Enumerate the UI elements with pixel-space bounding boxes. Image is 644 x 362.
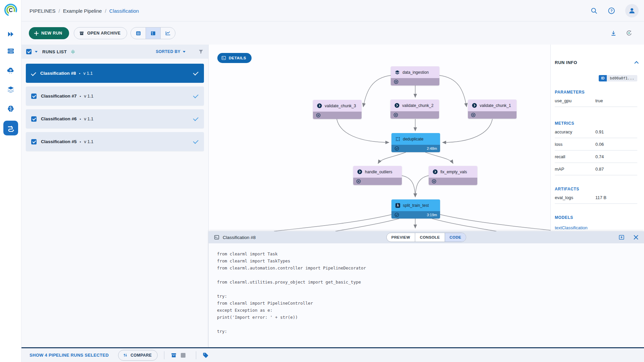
search-icon[interactable]	[590, 7, 598, 14]
help-icon[interactable]: ?	[608, 7, 615, 14]
id-value[interactable]: bd00a0f1...	[607, 75, 637, 81]
new-run-label: NEW RUN	[41, 31, 62, 36]
code-line	[217, 273, 644, 280]
breadcrumb-current: Classification	[109, 8, 139, 14]
id-badge: ID	[599, 75, 607, 81]
split-view-toggle[interactable]	[146, 27, 160, 39]
row-checkbox-checked-icon[interactable]	[31, 71, 36, 76]
details-button[interactable]: DETAILS	[217, 53, 252, 63]
pipeline-dag-canvas[interactable]: DETAILS	[209, 45, 550, 231]
dag-node-validate-chunk-1[interactable]: validate_chunk_1	[468, 100, 517, 119]
split-view-icon	[150, 31, 156, 36]
profile-avatar[interactable]	[625, 4, 639, 17]
queued-menu-icon	[393, 113, 398, 117]
row-checkbox[interactable]	[31, 139, 37, 144]
sidebar-item-datasets[interactable]	[6, 46, 16, 56]
breadcrumb-separator: /	[59, 8, 60, 14]
compare-button[interactable]: COMPARE	[118, 350, 158, 361]
cached-dots-icon	[395, 137, 400, 141]
selection-count-text[interactable]: SHOW 4 PIPELINE RUNS SELECTED	[30, 353, 109, 358]
close-icon[interactable]	[633, 235, 639, 240]
parameters-section-title: PARAMETERS	[555, 90, 637, 95]
metric-row: loss 0.06	[555, 138, 637, 150]
select-all-caret-icon[interactable]	[35, 51, 38, 53]
node-label: split_train_test	[403, 203, 429, 208]
code-line: except Exception as e:	[217, 308, 644, 315]
run-name: Classification #7	[41, 94, 77, 99]
divider	[196, 351, 196, 359]
auto-refresh-icon[interactable]	[626, 29, 633, 37]
table-view-toggle[interactable]	[131, 27, 146, 39]
sidebar-item-pipelines[interactable]	[3, 121, 18, 135]
details-label: DETAILS	[229, 56, 246, 60]
new-run-button[interactable]: NEW RUN	[29, 27, 69, 39]
expand-panel-icon[interactable]	[619, 234, 625, 240]
tab-code[interactable]: CODE	[444, 233, 466, 242]
code-line: print('Import error: ' + str(e))	[217, 315, 644, 322]
archive-selected-icon[interactable]	[171, 352, 177, 358]
node-duration: 2:48m	[427, 146, 437, 150]
filter-icon[interactable]	[198, 49, 204, 54]
completed-check-icon	[193, 138, 198, 144]
terminal-icon	[221, 56, 226, 60]
run-row-classification-8[interactable]: Classification #8 • v 1.1	[26, 64, 204, 83]
row-checkbox[interactable]	[31, 116, 37, 122]
param-label: use_gpu	[555, 98, 595, 103]
dag-node-handle-outliers[interactable]: handle_outliers	[353, 166, 402, 185]
dag-node-fix-empty-vals[interactable]: fix_empty_vals	[429, 166, 477, 185]
metrics-section-title: METRICS	[555, 121, 637, 126]
breadcrumb-pipelines[interactable]: PIPELINES	[30, 8, 56, 14]
run-row-classification-7[interactable]: Classification #7 • v 1.1	[26, 86, 204, 106]
add-tag-icon[interactable]	[203, 352, 209, 358]
metric-label: mAP	[555, 167, 595, 172]
select-all-checkbox[interactable]	[26, 49, 32, 54]
code-viewer[interactable]: from clearml import Task from clearml im…	[209, 243, 644, 336]
runs-list-header: RUNS LIST SORTED BY	[21, 45, 208, 59]
node-label: deduplicate	[403, 137, 423, 141]
download-icon[interactable]	[610, 30, 617, 37]
tab-console[interactable]: CONSOLE	[415, 233, 445, 242]
dag-node-validate-chunk-3[interactable]: validate_chunk_3	[313, 100, 362, 119]
artifact-label: eval_logs	[555, 195, 595, 200]
row-checkbox[interactable]	[31, 94, 37, 99]
toolbar-right-icons	[610, 21, 633, 45]
run-info-panel: RUN INFO ID bd00a0f1... PARAMETERS use_g…	[550, 45, 644, 231]
dag-node-split-train-test[interactable]: λ split_train_test 3:19m	[391, 199, 440, 219]
details-panel-header: Classification #8 PREVIEW CONSOLE CODE	[209, 231, 644, 243]
svg-text:?: ?	[610, 9, 613, 13]
sidebar-item-deployments[interactable]	[6, 65, 16, 75]
dag-node-deduplicate[interactable]: deduplicate 2:48m	[391, 133, 440, 152]
sidebar-item-projects[interactable]	[6, 29, 16, 39]
sorted-by-dropdown[interactable]: SORTED BY	[156, 49, 185, 54]
top-bar: PIPELINES / Example Pipeline / Classific…	[21, 0, 644, 21]
metric-value: 0.87	[595, 167, 604, 172]
metric-value: 0.06	[595, 142, 604, 147]
open-archive-label: OPEN ARCHIVE	[87, 31, 121, 36]
terminal-icon	[214, 235, 219, 240]
chart-view-toggle[interactable]	[160, 27, 175, 39]
breadcrumb-project[interactable]: Example Pipeline	[63, 8, 102, 14]
clearml-logo-icon[interactable]: C	[3, 3, 18, 17]
breadcrumb: PIPELINES / Example Pipeline / Classific…	[30, 0, 139, 21]
dag-node-validate-chunk-2[interactable]: validate_chunk_2	[390, 100, 439, 119]
parameter-row: use_gpu true	[555, 95, 637, 107]
code-line	[217, 322, 644, 329]
run-version: v 1.1	[84, 139, 93, 144]
sidebar-item-models[interactable]	[6, 104, 16, 114]
run-row-classification-6[interactable]: Classification #6 • v 1.1	[26, 109, 204, 128]
open-archive-button[interactable]: OPEN ARCHIVE	[74, 27, 127, 39]
sidebar-item-hyper-datasets[interactable]	[6, 84, 16, 95]
breadcrumb-separator: /	[105, 8, 106, 14]
svg-text:C: C	[9, 7, 13, 13]
artifact-value: 117 B	[595, 195, 606, 200]
sidebar: C	[0, 0, 21, 362]
dag-node-data-ingestion[interactable]: data_ingestion	[391, 66, 439, 85]
sort-options-icon[interactable]	[70, 49, 76, 55]
collapse-chevron-icon[interactable]	[634, 61, 639, 65]
lambda-icon: λ	[395, 203, 400, 208]
step-icon	[433, 169, 438, 174]
model-link[interactable]: textClassification	[555, 225, 637, 230]
code-line: from clearml.utilities.proxy_object impo…	[217, 280, 644, 287]
run-row-classification-5[interactable]: Classification #5 • v 1.1	[26, 132, 204, 151]
tab-preview[interactable]: PREVIEW	[387, 233, 415, 242]
